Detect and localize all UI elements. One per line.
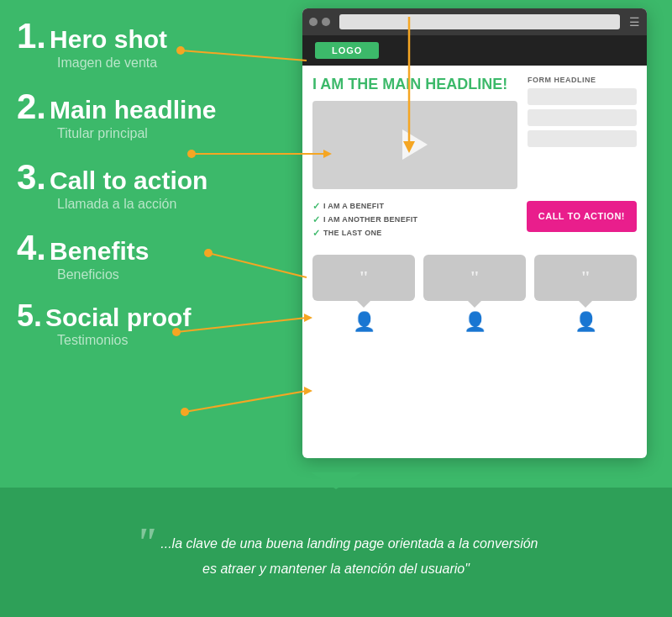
testimonial-card-1: " 👤 <box>312 255 415 333</box>
quote-mark-3: " <box>580 266 591 288</box>
form-headline: FORM HEADLINE <box>528 76 637 84</box>
label-2-title: Main headline <box>50 96 216 124</box>
label-5-subtitle: Testimonios <box>17 333 269 348</box>
label-4: 4.Benefits Beneficios <box>17 230 269 282</box>
testimonial-card-3: " 👤 <box>534 255 637 333</box>
hero-left: I AM THE MAIN HEADLINE! <box>312 76 517 189</box>
testimonial-card-2: " 👤 <box>423 255 526 333</box>
browser-btn-2 <box>322 18 330 26</box>
label-1-subtitle: Imagen de venta <box>17 55 269 71</box>
bottom-quote-section: "...la clave de una buena landing page o… <box>0 488 672 617</box>
browser-btn-1 <box>309 18 318 26</box>
testimonial-bubble-1: " <box>312 255 415 301</box>
benefits-list: ✓ I AM A BENEFIT ✓ I AM ANOTHER BENEFIT … <box>312 201 520 241</box>
testimonials-row: " 👤 " 👤 " 👤 <box>302 246 647 340</box>
quote-text: "...la clave de una buena landing page o… <box>134 525 538 579</box>
label-4-subtitle: Beneficios <box>17 267 269 282</box>
label-1-title: Hero shot <box>50 25 167 53</box>
browser-mockup: ☰ LOGO I AM THE MAIN HEADLINE! FORM HEAD… <box>302 8 647 458</box>
benefit-item-3: ✓ THE LAST ONE <box>312 228 520 239</box>
benefit-text-1: I AM A BENEFIT <box>323 202 384 210</box>
big-quote-icon: " <box>134 519 158 566</box>
video-placeholder <box>312 101 517 189</box>
labels-column: 1.Hero shot Imagen de venta 2.Main headl… <box>17 8 269 372</box>
label-2: 2.Main headline Titular principal <box>17 89 269 141</box>
hero-right: FORM HEADLINE <box>528 76 637 189</box>
label-2-number: 2. <box>17 87 46 126</box>
label-4-number: 4. <box>17 228 46 267</box>
browser-toolbar: ☰ <box>302 8 647 35</box>
benefit-text-2: I AM ANOTHER BENEFIT <box>323 215 417 224</box>
label-3: 3.Call to action Llamada a la acción <box>17 160 269 212</box>
person-icon-1: 👤 <box>353 311 375 333</box>
label-1-number: 1. <box>17 16 46 55</box>
benefits-row: ✓ I AM A BENEFIT ✓ I AM ANOTHER BENEFIT … <box>302 196 647 246</box>
svg-line-10 <box>185 391 307 412</box>
label-2-subtitle: Titular principal <box>17 126 269 141</box>
browser-url-bar <box>339 14 620 29</box>
label-3-subtitle: Llamada a la acción <box>17 197 269 212</box>
svg-point-11 <box>181 408 189 416</box>
label-1: 1.Hero shot Imagen de venta <box>17 18 269 71</box>
check-icon-2: ✓ <box>312 214 320 225</box>
main-headline: I AM THE MAIN HEADLINE! <box>312 76 517 94</box>
benefit-item-2: ✓ I AM ANOTHER BENEFIT <box>312 214 520 225</box>
cta-button[interactable]: CALL TO ACTION! <box>527 201 637 232</box>
browser-menu-icon: ☰ <box>629 15 640 29</box>
label-5: 5.Social proof Testimonios <box>17 301 269 348</box>
check-icon-1: ✓ <box>312 201 320 212</box>
person-icon-3: 👤 <box>575 311 597 333</box>
play-icon <box>402 129 428 160</box>
label-3-title: Call to action <box>50 166 207 194</box>
hero-area: I AM THE MAIN HEADLINE! FORM HEADLINE <box>302 66 647 196</box>
top-section: 1.Hero shot Imagen de venta 2.Main headl… <box>0 0 672 488</box>
form-field-3[interactable] <box>528 130 637 147</box>
logo-bar: LOGO <box>302 35 647 66</box>
logo-button: LOGO <box>315 42 379 59</box>
check-icon-3: ✓ <box>312 228 320 239</box>
form-field-1[interactable] <box>528 88 637 105</box>
label-5-title: Social proof <box>45 303 191 331</box>
quote-mark-2: " <box>470 266 480 288</box>
benefit-text-3: THE LAST ONE <box>323 229 382 237</box>
label-5-number: 5. <box>17 298 42 333</box>
benefit-item-1: ✓ I AM A BENEFIT <box>312 201 520 212</box>
arrow-down-shape <box>311 472 361 489</box>
testimonial-bubble-3: " <box>534 255 637 301</box>
testimonial-bubble-2: " <box>423 255 526 301</box>
form-field-2[interactable] <box>528 109 637 126</box>
person-icon-2: 👤 <box>464 311 486 333</box>
quote-mark-1: " <box>359 266 369 288</box>
label-3-number: 3. <box>17 157 46 197</box>
label-4-title: Benefits <box>50 237 149 265</box>
